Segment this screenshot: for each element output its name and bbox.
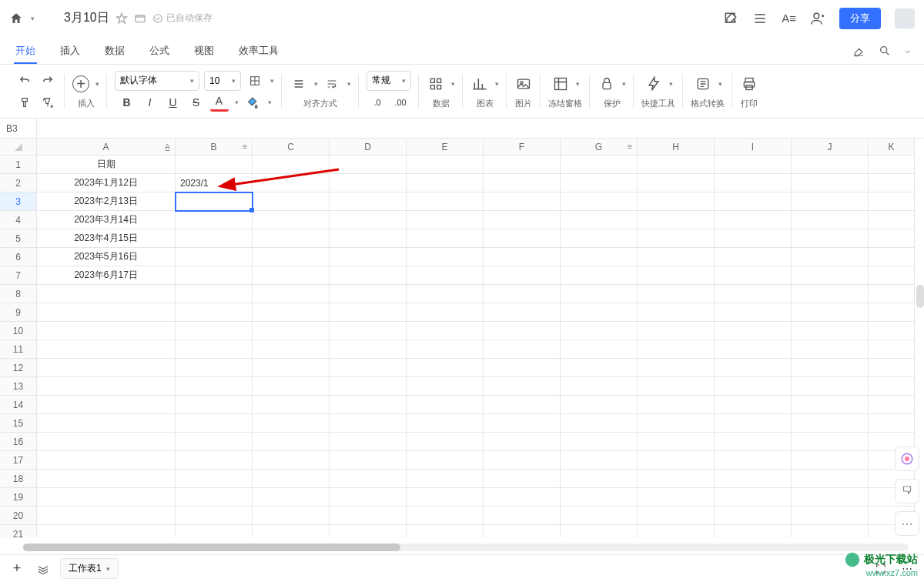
cell-G19[interactable] [561,488,638,507]
cell-J12[interactable] [792,359,869,377]
cell-B10[interactable] [176,322,253,340]
cell-D9[interactable] [330,303,407,322]
cell-F8[interactable] [484,285,561,303]
eraser-icon[interactable] [852,45,865,57]
cell-G13[interactable] [561,377,638,396]
add-person-icon[interactable] [810,11,825,26]
cell-D19[interactable] [330,488,407,507]
cell-B3[interactable] [176,192,253,211]
row-header-21[interactable]: 21 [0,525,37,537]
cell-J2[interactable] [792,174,869,192]
row-header-19[interactable]: 19 [0,488,37,507]
cell-H11[interactable] [638,340,715,359]
list-icon[interactable] [752,11,768,26]
search-icon[interactable] [879,45,891,57]
row-header-11[interactable]: 11 [0,340,37,359]
cell-B11[interactable] [176,340,253,359]
cell-D20[interactable] [330,507,407,525]
cell-A10[interactable] [37,322,176,340]
underline-icon[interactable]: U [164,93,182,112]
cell-C21[interactable] [253,525,330,537]
cell-E12[interactable] [407,359,484,377]
user-avatar[interactable] [895,8,915,28]
cell-I2[interactable] [715,174,792,192]
select-all-corner[interactable] [0,139,37,156]
cell-I1[interactable] [715,156,792,174]
cell-K11[interactable] [869,340,915,359]
horizontal-scrollbar[interactable] [23,544,909,551]
cell-F19[interactable] [484,488,561,507]
cell-E18[interactable] [407,470,484,488]
cell-D1[interactable] [330,156,407,174]
cell-K15[interactable] [869,414,915,433]
cell-F17[interactable] [484,451,561,470]
cell-J4[interactable] [792,211,869,229]
cell-D21[interactable] [330,525,407,537]
strikethrough-icon[interactable]: S [187,93,206,112]
row-header-13[interactable]: 13 [0,377,37,396]
cell-I21[interactable] [715,525,792,537]
cell-H14[interactable] [638,396,715,414]
cell-H5[interactable] [638,229,715,248]
cell-D2[interactable] [330,174,407,192]
cell-C4[interactable] [253,211,330,229]
cell-C1[interactable] [253,156,330,174]
cell-E10[interactable] [407,322,484,340]
cell-F18[interactable] [484,470,561,488]
cell-J21[interactable] [792,525,869,537]
wrap-icon[interactable] [323,75,341,93]
row-header-2[interactable]: 2 [0,174,37,192]
cell-I12[interactable] [715,359,792,377]
cell-D15[interactable] [330,414,407,433]
row-header-20[interactable]: 20 [0,507,37,525]
col-header-H[interactable]: H [638,139,715,156]
cell-B14[interactable] [176,396,253,414]
col-header-F[interactable]: F [484,139,561,156]
clear-format-icon[interactable] [38,93,57,112]
font-size-select[interactable]: 10▾ [204,71,241,91]
cell-I8[interactable] [715,285,792,303]
cell-G18[interactable] [561,470,638,488]
cell-J11[interactable] [792,340,869,359]
cell-G17[interactable] [561,451,638,470]
cell-I19[interactable] [715,488,792,507]
cell-I6[interactable] [715,248,792,266]
feedback-icon[interactable] [895,479,919,503]
cell-G7[interactable] [561,266,638,285]
menu-formula[interactable]: 公式 [148,38,171,64]
cell-K3[interactable] [869,192,915,211]
vertical-scrollbar[interactable] [916,285,924,308]
cell-B15[interactable] [176,414,253,433]
font-color-icon[interactable]: A [210,93,229,112]
cell-H1[interactable] [638,156,715,174]
cell-B6[interactable] [176,248,253,266]
cell-I13[interactable] [715,377,792,396]
cell-H15[interactable] [638,414,715,433]
cell-F15[interactable] [484,414,561,433]
cell-E1[interactable] [407,156,484,174]
cell-K8[interactable] [869,285,915,303]
cell-A16[interactable] [37,433,176,451]
cell-I15[interactable] [715,414,792,433]
col-header-G[interactable]: G ≡ [561,139,638,156]
cell-A8[interactable] [37,285,176,303]
cell-G8[interactable] [561,285,638,303]
col-header-A[interactable]: A A̲ [37,139,176,156]
row-header-3[interactable]: 3 [0,192,37,211]
filter-icon-b[interactable]: ≡ [243,142,247,151]
folder-icon[interactable] [134,12,146,25]
cell-A3[interactable]: 2023年2月13日 [37,192,176,211]
cell-B4[interactable] [176,211,253,229]
cell-I9[interactable] [715,303,792,322]
freeze-icon[interactable] [551,75,570,93]
cell-A6[interactable]: 2023年5月16日 [37,248,176,266]
cell-E6[interactable] [407,248,484,266]
cell-D14[interactable] [330,396,407,414]
menu-tools[interactable]: 效率工具 [237,38,280,64]
cell-J15[interactable] [792,414,869,433]
cell-F1[interactable] [484,156,561,174]
row-header-16[interactable]: 16 [0,433,37,451]
cell-G9[interactable] [561,303,638,322]
cell-K12[interactable] [869,359,915,377]
cell-D13[interactable] [330,377,407,396]
